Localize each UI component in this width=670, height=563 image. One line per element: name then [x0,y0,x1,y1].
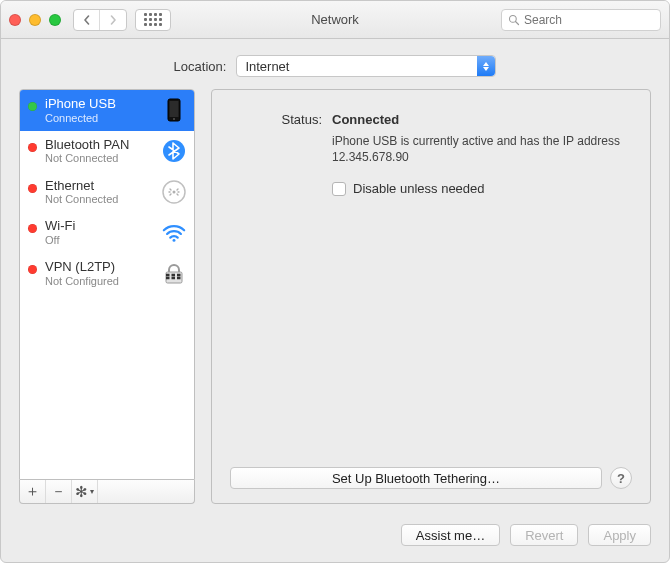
iphone-icon [162,98,186,122]
back-button[interactable] [74,10,100,30]
bluetooth-icon [162,139,186,163]
status-dot-red-icon [28,143,37,152]
service-actions-button[interactable]: ✻▾ [72,480,98,503]
detail-panel: Status: Connected iPhone USB is currentl… [211,89,651,504]
location-row: Location: Internet [1,39,669,89]
svg-point-7 [173,190,176,193]
content-columns: iPhone USB Connected Bluetooth PAN Not C… [1,89,669,514]
revert-button[interactable]: Revert [510,524,578,546]
service-status: Not Configured [45,275,154,288]
vpn-icon [162,262,186,286]
status-dot-red-icon [28,265,37,274]
plus-icon: ＋ [25,482,40,501]
status-dot-green-icon [28,102,37,111]
status-label: Status: [230,112,322,127]
assist-me-button[interactable]: Assist me… [401,524,500,546]
service-text: iPhone USB Connected [45,96,154,125]
search-icon [508,14,520,26]
location-label: Location: [174,59,227,74]
sidebar: iPhone USB Connected Bluetooth PAN Not C… [19,89,195,504]
status-dot-red-icon [28,224,37,233]
remove-service-button[interactable]: － [46,480,72,503]
ethernet-icon [162,180,186,204]
svg-rect-3 [170,101,179,117]
sidebar-toolbar: ＋ － ✻▾ [19,480,195,504]
service-text: Ethernet Not Connected [45,178,154,207]
apply-button[interactable]: Apply [588,524,651,546]
svg-point-8 [173,239,176,242]
status-row: Status: Connected [230,112,632,127]
minus-icon: － [51,482,66,501]
service-name: iPhone USB [45,96,154,112]
network-preferences-window: Network Location: Internet iPhone USB Co… [0,0,670,563]
location-value: Internet [245,59,289,74]
service-status: Connected [45,112,154,125]
zoom-window-button[interactable] [49,14,61,26]
status-value: Connected [332,112,399,127]
service-status: Off [45,234,154,247]
service-text: VPN (L2TP) Not Configured [45,259,154,288]
status-dot-red-icon [28,184,37,193]
nav-buttons [73,9,127,31]
search-field[interactable] [501,9,661,31]
titlebar: Network [1,1,669,39]
service-name: VPN (L2TP) [45,259,154,275]
service-text: Wi-Fi Off [45,218,154,247]
forward-button[interactable] [100,10,126,30]
service-item-ethernet[interactable]: Ethernet Not Connected [20,172,194,213]
service-list[interactable]: iPhone USB Connected Bluetooth PAN Not C… [19,89,195,480]
location-select[interactable]: Internet [236,55,496,77]
show-all-preferences-button[interactable] [135,9,171,31]
status-description: iPhone USB is currently active and has t… [332,133,632,165]
checkbox-icon [332,182,346,196]
wifi-icon [162,221,186,245]
disable-unless-needed-checkbox[interactable]: Disable unless needed [332,181,632,196]
service-item-wifi[interactable]: Wi-Fi Off [20,212,194,253]
service-item-bluetooth-pan[interactable]: Bluetooth PAN Not Connected [20,131,194,172]
help-button[interactable]: ? [610,467,632,489]
grid-icon [144,13,162,26]
checkbox-label: Disable unless needed [353,181,485,196]
detail-bottom: Set Up Bluetooth Tethering… ? [230,467,632,489]
close-window-button[interactable] [9,14,21,26]
chevron-right-icon [108,15,118,25]
service-name: Ethernet [45,178,154,194]
service-status: Not Connected [45,193,154,206]
service-item-iphone-usb[interactable]: iPhone USB Connected [20,90,194,131]
footer-buttons: Assist me… Revert Apply [1,514,669,562]
search-input[interactable] [524,13,654,27]
setup-bluetooth-tethering-button[interactable]: Set Up Bluetooth Tethering… [230,467,602,489]
service-text: Bluetooth PAN Not Connected [45,137,154,166]
window-controls [9,14,61,26]
svg-line-1 [516,21,519,24]
minimize-window-button[interactable] [29,14,41,26]
add-service-button[interactable]: ＋ [20,480,46,503]
chevron-left-icon [82,15,92,25]
service-name: Bluetooth PAN [45,137,154,153]
select-arrows-icon [477,56,495,76]
service-name: Wi-Fi [45,218,154,234]
gear-icon: ✻ [75,483,88,501]
service-item-vpn[interactable]: VPN (L2TP) Not Configured [20,253,194,294]
service-status: Not Connected [45,152,154,165]
chevron-down-icon: ▾ [90,487,94,496]
svg-point-4 [173,118,175,120]
